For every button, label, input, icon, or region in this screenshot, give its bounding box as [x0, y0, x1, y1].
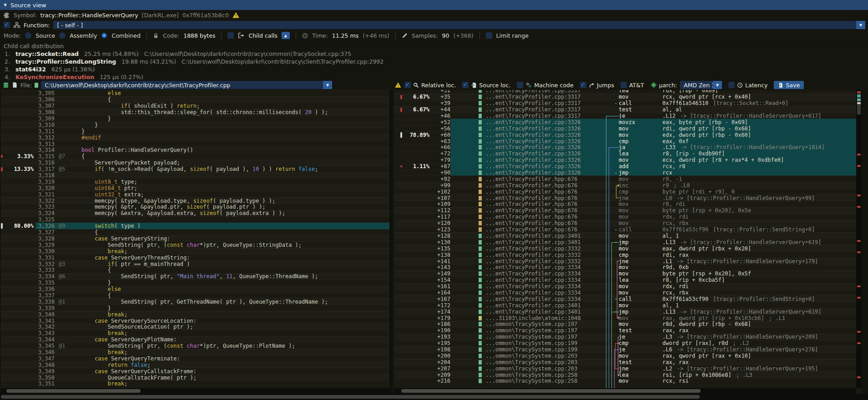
asm-source-location[interactable]: ...ent\TracyProfiler.cpp:3332: [485, 245, 603, 252]
scrollbar-thumb[interactable]: [401, 389, 701, 393]
source-line-row[interactable]: 3,331 case ServerQueryThreadString:: [1, 254, 389, 260]
child-calls-checkbox[interactable]: [227, 32, 234, 39]
asm-row[interactable]: +79 ...ent\TracyProfiler.cpp:3326 mov ec…: [394, 157, 862, 163]
source-line-row[interactable]: 3,340 break;: [1, 311, 389, 317]
chevron-down-icon[interactable]: ▼: [323, 81, 332, 89]
mode-radio-combined[interactable]: [101, 32, 107, 39]
asm-row[interactable]: +99 ...ent\TracyProfiler.hpp:676 inc r9 …: [394, 182, 862, 188]
asm-source-location[interactable]: ...ommon\TracySystem.cpp:203: [485, 365, 603, 372]
asm-row[interactable]: +92 ...ent\TracyProfiler.hpp:676 mov r9,…: [394, 175, 862, 182]
source-line-row[interactable]: 3,344 case ServerQueryPlotName:: [1, 336, 389, 343]
source-line-row[interactable]: 3,332 @3 if( ptr == m_mainThread ): [1, 260, 389, 267]
source-line-row[interactable]: 3,342 SendSourceLocation( ptr );: [1, 324, 389, 330]
source-line-row[interactable]: 3,314 bool Profiler::HandleServerQuery(): [1, 147, 389, 153]
asm-source-location[interactable]: ...ent\TracyProfiler.cpp:3401: [485, 239, 603, 245]
source-line-row[interactable]: 3,328 case ServerQueryString:: [1, 235, 389, 241]
source-line-row[interactable]: 3,308 std::this_thread::sleep_for( std::…: [1, 109, 389, 115]
asm-row[interactable]: +172 ...ent\TracyProfiler.cpp:3401 mov a…: [394, 302, 862, 308]
asm-row[interactable]: +130 ...ent\TracyProfiler.cpp:3401 ▸ jmp…: [394, 239, 862, 245]
source-line-row[interactable]: 3,329 SendString( ptr, (const char*)ptr,…: [1, 241, 389, 248]
assembly-vscrollbar[interactable]: [856, 90, 862, 388]
jumps-checkbox[interactable]: [580, 82, 586, 88]
asm-source-location[interactable]: ...ent\TracyProfiler.cpp:3334: [485, 296, 603, 302]
asm-row[interactable]: +72 ...ent\TracyProfiler.cpp:3326 lea r8…: [394, 150, 862, 157]
asm-source-location[interactable]: ...ent\TracyProfiler.cpp:3332: [485, 258, 603, 265]
asm-source-location[interactable]: ...ent\TracyProfiler.hpp:676: [485, 220, 603, 226]
asm-row[interactable]: +209 ...ommon\TracySystem.cpp:258 lea rs…: [394, 371, 862, 378]
asm-row[interactable]: +193 ...ommon\TracySystem.cpp:197 je .L3…: [394, 334, 862, 340]
asm-row[interactable]: +164 ...ent\TracyProfiler.cpp:3334 mov r…: [394, 290, 862, 296]
asm-source-location[interactable]: ...ent\TracyProfiler.hpp:676: [485, 176, 603, 182]
asm-source-location[interactable]: ...ent\TracyProfiler.cpp:3326: [485, 125, 603, 132]
source-line-row[interactable]: 3,345 @1 SendString( ptr, (const char*)p…: [1, 343, 389, 349]
asm-source-location[interactable]: ...ent\TracyProfiler.hpp:676: [485, 214, 603, 220]
source-line-row[interactable]: 3,321 uint32_t extra;: [1, 191, 389, 197]
latency-checkbox[interactable]: [728, 82, 735, 88]
asm-source-location[interactable]: ...ommon\TracySystem.cpp:203: [485, 359, 603, 365]
source-line-row[interactable]: 3,312 #endif: [1, 134, 389, 140]
asm-source-location[interactable]: ...ent\TracyProfiler.cpp:3334: [485, 290, 603, 296]
asm-row[interactable]: +109 ...ent\TracyProfiler.hpp:676 mov r8…: [394, 201, 862, 207]
child-call-item[interactable]: 3. stat64i32 625 µs (1.36%): [0, 65, 868, 73]
asm-row[interactable]: +154 ...ent\TracyProfiler.cpp:3334 lea r…: [394, 277, 862, 283]
source-line-row[interactable]: 3,318: [1, 172, 389, 179]
asm-row[interactable]: +66 ...ent\TracyProfiler.cpp:3326 ja .L3…: [394, 144, 862, 150]
asm-row[interactable]: +135 ...ent\TracyProfiler.cpp:3332 mov e…: [394, 245, 862, 251]
assembly-hscrollbar[interactable]: [394, 388, 856, 394]
asm-row[interactable]: 6.67% +44 ...ent\TracyProfiler.cpp:3317 …: [394, 106, 862, 113]
asm-row[interactable]: +179 ....31103\include\atomic:1048 mov r…: [394, 315, 862, 321]
asm-row[interactable]: +198 ...ommon\TracySystem.cpp:199 je .L6…: [394, 346, 862, 353]
child-call-item[interactable]: 2. tracy::Profiler::SendLongString 19.88…: [0, 58, 868, 65]
title-bar[interactable]: ▼ Source view: [0, 0, 868, 10]
mode-radio-source[interactable]: [25, 32, 31, 39]
asm-row[interactable]: +204 ...ommon\TracySystem.cpp:203 test r…: [394, 359, 862, 365]
source-line-row[interactable]: 3,319 uint8_t type;: [1, 178, 389, 185]
asm-row[interactable]: +216 ...ommon\TracySystem.cpp:258 mov rc…: [394, 378, 862, 384]
machine-code-checkbox[interactable]: [517, 82, 523, 88]
asm-source-location[interactable]: ...ent\TracyProfiler.cpp:3332: [485, 252, 603, 258]
source-line-row[interactable]: 3,320 uint64_t ptr;: [1, 185, 389, 191]
relative-loc-checkbox[interactable]: [404, 82, 411, 88]
asm-row[interactable]: +39 ...ent\TracyProfiler.cpp:3317 ▸ call…: [394, 100, 862, 106]
asm-source-location[interactable]: ...ent\TracyProfiler.cpp:3401: [485, 233, 603, 239]
asm-row[interactable]: +56 ...ent\TracyProfiler.cpp:3326 mov rd…: [394, 125, 862, 131]
source-line-row[interactable]: 3,343 break;: [1, 330, 389, 336]
source-line-row[interactable]: 3.33% 3,315 @7 {: [1, 153, 389, 160]
source-line-row[interactable]: 3,336 else: [1, 286, 389, 292]
function-select[interactable]: [ - self - ] ▼: [53, 21, 865, 29]
asm-row[interactable]: +138 ...ent\TracyProfiler.cpp:3332 cmp r…: [394, 251, 862, 258]
source-line-row[interactable]: 3,337 {: [1, 292, 389, 299]
asm-source-location[interactable]: ...ent\TracyProfiler.cpp:3401: [485, 302, 603, 309]
panel-divider[interactable]: [390, 90, 391, 394]
window-hscrollbar[interactable]: [0, 394, 868, 400]
asm-row[interactable]: +120 ...ent\TracyProfiler.hpp:676 mov rc…: [394, 220, 862, 226]
source-line-row[interactable]: 3,323 memcpy( &ptr, &payload.ptr, sizeof…: [1, 204, 389, 210]
asm-row[interactable]: +167 ...ent\TracyProfiler.cpp:3334 ▸ cal…: [394, 295, 862, 302]
asm-row[interactable]: +143 ...ent\TracyProfiler.cpp:3334 mov r…: [394, 264, 862, 270]
source-line-row[interactable]: 3,311 }: [1, 128, 389, 134]
asm-source-location[interactable]: ...ommon\TracySystem.cpp:197: [485, 334, 603, 340]
source-line-row[interactable]: 3,347 case ServerQueryTerminate:: [1, 355, 389, 361]
asm-source-location[interactable]: ...ent\TracyProfiler.cpp:3334: [485, 264, 603, 270]
source-line-row[interactable]: 3,350 QueueCallstackFrame( ptr );: [1, 374, 389, 380]
caret-up-button[interactable]: ▲: [282, 32, 290, 39]
asm-source-location[interactable]: ...ent\TracyProfiler.cpp:3326: [485, 119, 603, 125]
asm-row[interactable]: +141 ...ent\TracyProfiler.cpp:3332 jne .…: [394, 258, 862, 264]
asm-row[interactable]: +149 ...ent\TracyProfiler.cpp:3334 mov b…: [394, 270, 862, 277]
asm-source-location[interactable]: ...ent\TracyProfiler.cpp:3334: [485, 270, 603, 277]
asm-source-location[interactable]: ...ommon\TracySystem.cpp:258: [485, 372, 603, 378]
asm-source-location[interactable]: ...ent\TracyProfiler.cpp:3317: [485, 113, 603, 119]
source-hscrollbar[interactable]: [1, 388, 389, 394]
asm-row[interactable]: +207 ...ommon\TracySystem.cpp:203 jne .L…: [394, 365, 862, 371]
asm-row[interactable]: 1.11% +87 ...ent\TracyProfiler.cpp:3326 …: [394, 163, 862, 170]
source-loc-checkbox[interactable]: [462, 82, 469, 88]
asm-row[interactable]: +123 ...ent\TracyProfiler.hpp:676 ▸ call…: [394, 226, 862, 233]
source-line-row[interactable]: 3,349 case ServerQueryCallstackFrame:: [1, 368, 389, 374]
asm-source-location[interactable]: ...ent\TracyProfiler.hpp:676: [485, 207, 603, 214]
asm-row[interactable]: +161 ...ent\TracyProfiler.cpp:3334 mov r…: [394, 283, 862, 290]
source-line-row[interactable]: 3,330 break;: [1, 248, 389, 254]
asm-row[interactable]: +31 ...ent\TracyProfiler.cpp:3317 lea rd…: [394, 90, 862, 94]
save-button[interactable]: Save: [774, 81, 804, 89]
source-line-row[interactable]: 3,348 return false;: [1, 361, 389, 368]
scrollbar-thumb[interactable]: [6, 389, 141, 393]
